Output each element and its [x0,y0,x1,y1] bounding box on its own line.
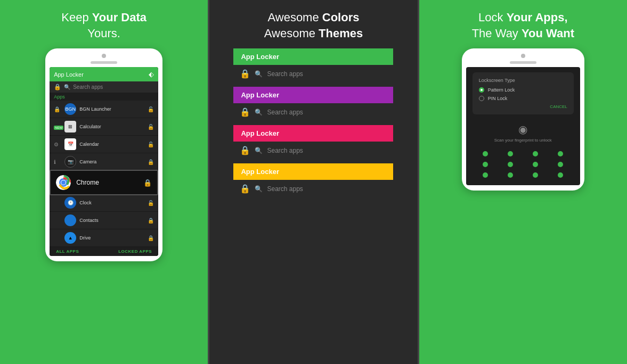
drive-name: Drive [79,235,144,241]
pin-lock-label: PIN Lock [488,96,508,101]
app-row-contacts[interactable]: · 👤 Contacts 🔒 [50,212,158,229]
calendar-name: Calendar [79,142,144,147]
theme-green-header: App Locker [233,48,393,65]
gear-icon-calendar: ⚙ [54,142,61,147]
right-phone-screen: Lockscreen Type Pattern Lock PIN Lock CA… [466,67,580,185]
app-row-calendar[interactable]: ⚙ 📅 Calendar 🔓 [50,136,158,153]
contacts-icon: 👤 [64,214,76,226]
clock-left: · [54,200,61,206]
app-locker-header: App Locker ⬖ [50,67,158,81]
theme-purple-search-icon: 🔍 [255,109,263,116]
middle-content: App Locker 🔒 🔍 Search apps App Locker 🔒 … [228,48,398,202]
theme-purple: App Locker 🔒 🔍 Search apps [233,87,393,121]
theme-yellow-search: 🔒 🔍 Search apps [233,180,393,197]
pin-dot-9 [483,172,488,178]
drive-lock: 🔒 [148,235,154,241]
lock-icon-left: 🔒 [54,84,61,90]
chrome-name: Chrome [76,179,138,186]
clock-lock: 🔓 [148,200,154,206]
chrome-lock: 🔒 [143,179,152,187]
middle-panel: Awesome ColorsAwesome Themes App Locker … [208,0,419,364]
fingerprint-section: ◉ Scan your fingerprint to unlock [473,123,574,143]
pin-dots-grid [473,149,574,180]
fingerprint-icon: ◉ [473,123,574,136]
theme-yellow-search-text[interactable]: Search apps [267,185,303,193]
pin-dot-11 [533,172,538,178]
apps-label: Apps [50,93,158,101]
theme-pink-header: App Locker [233,125,393,142]
pin-dot-4 [558,151,563,156]
theme-purple-lock: 🔒 [240,107,250,117]
theme-green-search-icon: 🔍 [255,70,263,78]
app-row-clock[interactable]: · 🕐 Clock 🔓 [50,194,158,212]
search-text-left[interactable]: Search apps [73,84,103,90]
pin-dot-12 [558,172,563,178]
camera-lock: 🔒 [148,159,154,165]
left-phone: App Locker ⬖ 🔒 🔍 Search apps Apps 🔒 BGN … [45,48,162,261]
app-row-calc[interactable]: NEW ⊞ Calculator 🔓 [50,118,158,136]
calc-name: Calculator [79,124,144,129]
theme-green-search-text[interactable]: Search apps [267,70,303,78]
left-phone-screen: App Locker ⬖ 🔒 🔍 Search apps Apps 🔒 BGN … [50,67,158,256]
lockscreen-type-title: Lockscreen Type [479,78,567,83]
theme-green-lock: 🔒 [240,69,250,79]
calc-lock: 🔓 [148,124,154,130]
bottom-tab-bar: ALL APPS LOCKED APPS [50,247,158,256]
search-bar-left: 🔒 🔍 Search apps [50,81,158,93]
chrome-highlight-row[interactable]: Chrome 🔒 [50,170,158,195]
new-badge-calc: NEW [54,124,61,130]
pin-lock-option[interactable]: PIN Lock [479,96,567,101]
calendar-lock: 🔓 [148,142,154,147]
clock-icon: 🕐 [64,197,76,209]
theme-yellow-header: App Locker [233,163,393,180]
pattern-lock-option[interactable]: Pattern Lock [479,87,567,93]
tab-locked-apps[interactable]: LOCKED APPS [118,249,152,254]
pin-dot-5 [483,162,488,167]
middle-title: Awesome ColorsAwesome Themes [264,10,363,41]
theme-pink-search-icon: 🔍 [255,147,263,154]
theme-pink: App Locker 🔒 🔍 Search apps [233,125,393,159]
cancel-link[interactable]: CANCEL [479,104,567,109]
left-panel: Keep Your DataYours. App Locker ⬖ 🔒 🔍 Se… [0,0,208,364]
pin-dot-6 [508,162,513,167]
pin-dot-2 [508,151,513,156]
theme-pink-search-text[interactable]: Search apps [267,147,303,154]
right-phone: Lockscreen Type Pattern Lock PIN Lock CA… [462,48,584,191]
contacts-name: Contacts [79,218,144,223]
right-panel: Lock Your Apps,The Way You Want Lockscre… [419,0,627,364]
lock-left-bgn: 🔒 [54,106,61,112]
contacts-lock: 🔒 [148,218,154,224]
pin-dot-7 [533,162,538,167]
bgn-icon: BGN [64,103,76,115]
pin-dot-8 [558,162,563,167]
lockscreen-type-box: Lockscreen Type Pattern Lock PIN Lock CA… [473,72,574,114]
theme-pink-lock: 🔒 [240,145,250,155]
drive-left: · [54,235,61,241]
theme-yellow-search-icon: 🔍 [255,185,263,193]
theme-green: App Locker 🔒 🔍 Search apps [233,48,393,82]
camera-name: Camera [79,159,144,164]
pin-dot-1 [483,151,488,156]
svg-point-3 [61,180,66,185]
theme-purple-header: App Locker [233,87,393,103]
pin-dot-3 [533,151,538,156]
bgn-name: BGN Launcher [79,106,144,112]
phone-speaker [91,61,117,64]
fingerprint-text: Scan your fingerprint to unlock [473,138,574,143]
bgn-lock: 🔓 [148,106,154,112]
right-phone-camera [521,54,525,58]
app-row-drive[interactable]: · ▲ Drive 🔒 [50,229,158,247]
pin-radio-empty [479,96,484,101]
clock-name: Clock [79,200,144,205]
contacts-left: · [54,218,61,224]
pattern-radio-filled [479,87,484,93]
left-title: Keep Your DataYours. [61,10,146,41]
share-icon[interactable]: ⬖ [149,70,154,78]
theme-purple-search-text[interactable]: Search apps [267,109,303,116]
pattern-lock-label: Pattern Lock [488,87,515,93]
app-row-camera[interactable]: ℹ 📷 Camera 🔒 [50,153,158,171]
app-row-bgn[interactable]: 🔒 BGN BGN Launcher 🔓 [50,101,158,118]
drive-icon: ▲ [64,232,76,244]
tab-all-apps[interactable]: ALL APPS [56,249,79,254]
theme-yellow: App Locker 🔒 🔍 Search apps [233,163,393,197]
